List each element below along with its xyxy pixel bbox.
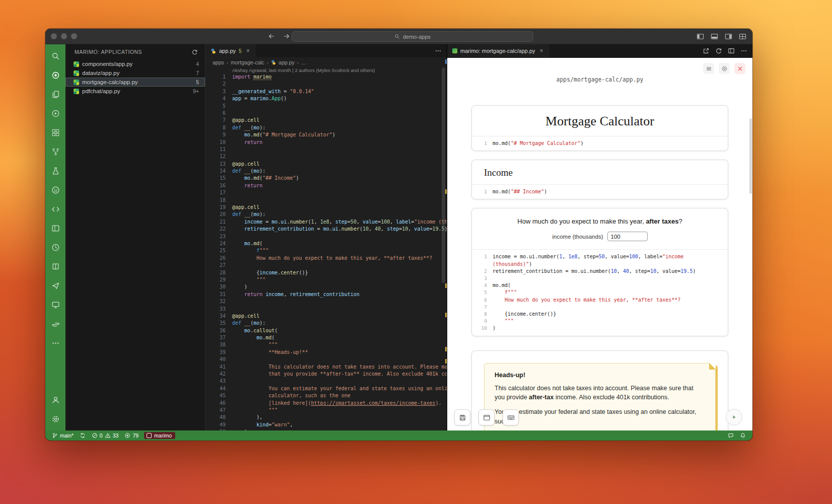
income-number-input[interactable] [607,232,648,241]
reload-icon[interactable] [715,47,722,54]
code-line[interactable]: 1import marimo [205,74,447,81]
customize-layout-icon[interactable] [739,33,746,40]
code-line[interactable]: 22 retirement_contribution = mo.ui.numbe… [205,226,447,233]
code-line[interactable]: 5 [205,103,447,110]
code-brackets-icon[interactable] [45,199,65,219]
code-line[interactable]: 25 f""" [205,247,447,254]
git-fork-icon[interactable] [45,142,65,161]
code-line[interactable]: 41 This calculator does not take taxes i… [205,364,447,371]
open-window-icon[interactable] [478,409,495,425]
code-line[interactable]: 1mo.md("# Mortgage Calculator") [479,140,728,147]
code-line[interactable]: 29 """ [205,276,447,283]
extensions-shapes-icon[interactable] [45,123,65,142]
tab-marimo-preview[interactable]: marimo: mortgage-calc/app.py × [447,44,549,57]
code-line[interactable]: 9 mo.md("# Mortgage Calculator") [205,131,447,138]
more-views-ellipsis-icon[interactable] [45,333,65,352]
problems-status[interactable]: 0 33 [89,430,121,441]
sidebar-item-dataviz[interactable]: dataviz/app.py 7 [65,68,205,78]
code-line[interactable]: 11 [205,146,447,153]
sidebar-item-pdfchat[interactable]: pdfchat/app.py 9+ [65,87,205,96]
git-blame-codelens[interactable]: Akshay Agrawal, last month | 2 authors (… [205,67,447,74]
run-all-play-button[interactable] [726,409,742,425]
code-line[interactable]: 4app = marimo.App() [205,95,447,102]
code-line[interactable]: 8def __(mo): [205,124,447,131]
code-line[interactable]: 44 You can estimate your federal and sta… [205,385,447,392]
command-center-search[interactable]: demo-apps [292,31,533,42]
code-line[interactable]: 3__generated_with = "0.0.14" [205,88,447,95]
code-line[interactable]: 27 [205,262,447,269]
code-line[interactable]: (thousands)") [479,261,728,268]
sidebar-item-components[interactable]: components/app.py 4 [65,59,205,68]
aux-count-status[interactable]: 79 [122,430,141,441]
save-disk-icon[interactable] [454,409,470,425]
search-icon[interactable] [45,46,65,65]
code-line[interactable]: 31 return income, retirement_contributio… [205,291,447,298]
code-line[interactable]: 34@app.cell [205,313,447,320]
code-line[interactable]: 10 return [205,139,447,146]
cell-code[interactable]: 1mo.md("# Mortgage Calculator") [472,136,728,151]
close-window-button[interactable] [51,33,57,39]
code-line[interactable]: 42 that you provide **after-tax** income… [205,371,447,378]
refresh-icon[interactable] [191,49,198,55]
code-line[interactable]: 20def __(mo): [205,211,447,218]
breadcrumb-item[interactable]: app.py [279,59,295,65]
code-line[interactable]: 13@app.cell [205,161,447,168]
code-line[interactable]: 6 [205,110,447,117]
forward-arrow-icon[interactable] [283,33,290,40]
code-line[interactable]: 6 How much do you expect to make this ye… [479,297,728,304]
tab-app-py[interactable]: app.py 5 × [205,44,255,57]
code-line[interactable]: 32 [205,298,447,305]
code-line[interactable]: 47 """ [205,407,447,414]
breadcrumb[interactable]: apps › mortgage-calc › app.py › ... [205,58,447,67]
code-line[interactable]: 28 {income.center()} [205,269,447,276]
history-clock-icon[interactable] [45,238,65,257]
editor-scrollbar[interactable] [442,67,445,283]
minimize-window-button[interactable] [61,33,67,39]
code-line[interactable]: 3 [479,275,728,282]
run-send-icon[interactable] [45,276,65,295]
code-line[interactable]: 12 [205,153,447,160]
account-icon[interactable] [45,390,65,409]
keyboard-shortcuts-icon[interactable] [503,409,519,425]
cell-code[interactable]: 1mo.md("## Income") [472,184,728,199]
marimo-explorer-icon[interactable] [45,65,65,85]
beaker-test-icon[interactable] [45,161,65,180]
code-line[interactable]: 14def __(mo): [205,168,447,175]
breadcrumb-item[interactable]: ... [301,59,306,65]
git-branch-status[interactable]: main* [49,430,76,441]
close-app-icon[interactable] [734,63,745,74]
settings-gear-icon[interactable] [45,409,65,428]
code-line[interactable]: 10) [479,325,728,332]
code-line[interactable]: 2retirement_contribution = mo.ui.number(… [479,268,728,275]
code-line[interactable]: 21 income = mo.ui.number(1, 1e8, step=50… [205,219,447,226]
split-editor-icon[interactable] [728,47,735,54]
code-line[interactable]: 9 """ [479,318,728,325]
breadcrumb-item[interactable]: mortgage-calc [231,59,264,65]
zoom-window-button[interactable] [71,33,77,39]
code-line[interactable]: 5 f""" [479,289,728,296]
code-line[interactable]: 37 mo.md( [205,334,447,341]
code-line[interactable]: 16 return [205,182,447,189]
code-line[interactable]: 49 kind="warn", [205,421,447,428]
code-line[interactable]: 50 ) [205,428,447,430]
more-actions-ellipsis-icon[interactable] [435,47,442,54]
toggle-panel-icon[interactable] [711,33,718,40]
notifications-status[interactable] [737,433,748,439]
cell-code[interactable]: 1income = mo.ui.number(1, 1e8, step=50, … [472,249,728,335]
code-line[interactable]: 45 calculator, such as the one [205,392,447,399]
open-external-icon[interactable] [703,47,710,54]
feedback-status[interactable] [725,433,736,439]
code-line[interactable]: 2 [205,81,447,88]
github-icon[interactable] [45,180,65,199]
code-editor[interactable]: 1import marimo23__generated_with = "0.0.… [205,74,447,430]
breadcrumb-item[interactable]: apps [213,59,224,65]
code-line[interactable]: 30 ) [205,283,447,291]
back-arrow-icon[interactable] [268,33,275,40]
toggle-secondary-sidebar-icon[interactable] [725,33,732,40]
sidebar-item-mortgage-calc[interactable]: mortgage-calc/app.py 5 [65,78,205,87]
webview-scrollbar[interactable] [749,118,752,194]
code-line[interactable]: 17 [205,189,447,196]
menu-hamburger-icon[interactable] [703,63,714,74]
toggle-sidebar-icon[interactable] [697,33,704,40]
close-tab-icon[interactable]: × [246,48,250,54]
